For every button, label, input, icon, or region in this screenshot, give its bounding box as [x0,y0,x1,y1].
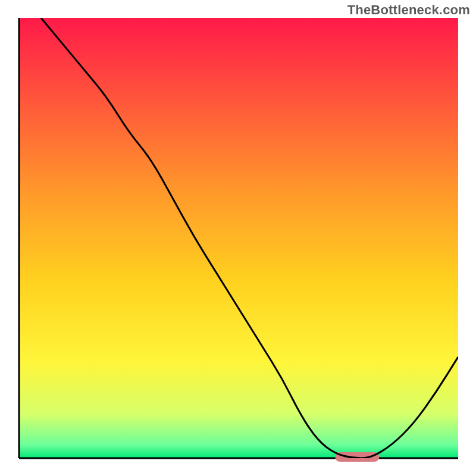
watermark-text: TheBottleneck.com [347,2,470,18]
chart-container: TheBottleneck.com [0,0,476,476]
bottleneck-chart [0,0,476,476]
sweet-spot-marker [335,452,379,462]
plot-background [19,18,458,458]
